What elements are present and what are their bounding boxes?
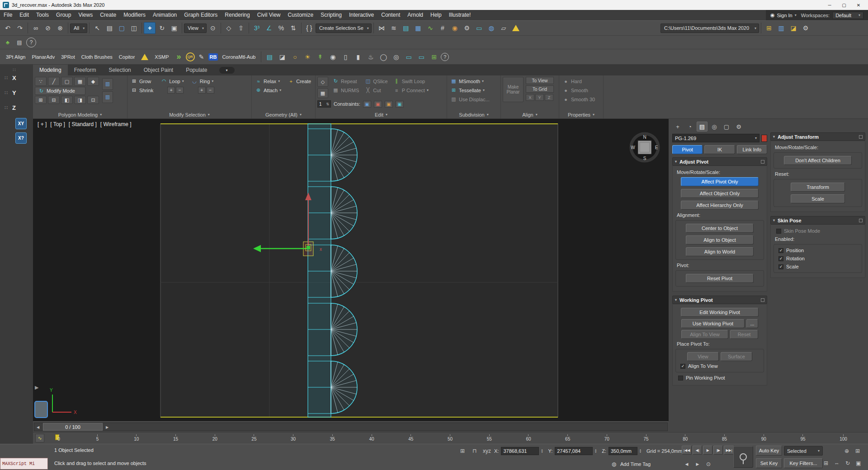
constraint-y-icon[interactable]: ∷ [5,90,8,96]
loop-spinner[interactable]: +− [167,87,185,94]
mini-curve-editor-icon[interactable]: ∿ [35,434,44,442]
next-key-button[interactable]: |▶ [713,446,723,455]
auto-key-button[interactable]: Auto Key [756,446,782,456]
zoom-extents-icon[interactable]: ⊞ [853,446,863,456]
edit-named-selection-sets-icon[interactable]: { } [303,22,315,34]
ribbon-minimize-button[interactable]: ▾ [219,67,235,74]
reference-coordinate-dropdown[interactable]: View▾ [184,24,207,33]
pan-icon[interactable]: ⇔ [832,458,842,468]
percent-snap-icon[interactable]: % [275,22,287,34]
align-x-button[interactable]: X [526,94,534,101]
align-icon[interactable]: ≋ [388,22,400,34]
constraint-face-icon[interactable]: ▣ [385,101,393,108]
menu-item[interactable]: Views [75,10,96,20]
menu-item[interactable]: Tools [33,10,52,20]
x-coordinate-field[interactable]: 37868,631 [501,447,539,455]
y-coordinate-field[interactable]: 27457,084 [555,447,593,455]
tab-display-icon[interactable]: ▢ [721,122,732,132]
working-pivot-options-button[interactable]: ... [746,319,758,328]
relax-button[interactable]: ≈Relax▾ [254,77,283,85]
zoom-icon[interactable]: ⊕ [842,446,852,456]
zoom-region-icon[interactable]: ⊞ [821,458,831,468]
timeline-track[interactable] [34,423,668,431]
help-icon[interactable]: ? [26,38,36,47]
viewport-layout-tab-icon[interactable]: ▶ [35,385,38,390]
viewport-menu-general[interactable]: [ + ] [38,121,47,127]
viewport-menu-pov[interactable]: [ Top ] [50,121,65,127]
plugin-button[interactable]: Cloth Brushes [78,54,116,60]
rectangular-selection-region-icon[interactable]: ▢ [116,22,127,34]
named-selection-dropdown[interactable]: Create Selection Se▾ [316,24,372,33]
snap-toggle-3d-icon[interactable]: 3³ [251,22,263,34]
edge-mode-icon[interactable]: ╱ [48,77,60,86]
toggle-cage-icon[interactable]: ⊡ [87,96,99,104]
object-name-dropdown[interactable]: PG-1.269 ▾ [672,134,760,142]
rollout-pin-icon[interactable] [761,298,764,302]
element-mode-icon[interactable]: ◆ [87,77,99,86]
scene-states-icon[interactable]: ▱ [498,22,509,34]
select-and-rotate-icon[interactable]: ↻ [156,22,168,34]
plugin-button[interactable]: 3PRot [58,54,78,60]
tab-utilities-icon[interactable]: ⚙ [733,122,744,132]
isolate-selection-icon[interactable]: ⊞ [458,446,467,456]
warning-icon[interactable] [141,54,148,60]
monitor2-icon[interactable]: ▭ [415,51,427,63]
eye-icon[interactable]: ◎ [390,51,402,63]
rollout-header[interactable]: ▾ Working Pivot [672,296,767,304]
menu-item[interactable]: Rendering [221,10,253,20]
position-checkbox[interactable]: ✓ [778,248,783,253]
reset-button[interactable]: Reset [730,330,758,339]
polygon-mode-icon[interactable]: ▦ [74,77,86,86]
vertex-mode-icon[interactable]: ∵ [35,77,47,86]
nurms-button[interactable]: ▦NURMS [331,86,360,94]
menu-item[interactable]: Arnold [404,10,427,20]
menu-item[interactable]: Create [96,10,120,20]
sphere-icon[interactable]: ◯ [377,51,389,63]
previous-frame-button[interactable]: ◀ [34,423,42,431]
xsmp-button[interactable]: XSMP [151,54,172,60]
previous-key-button[interactable]: ◀| [693,446,702,455]
set-keys-button[interactable] [733,446,753,468]
menu-item[interactable]: Graph Editors [180,10,221,20]
show-end-result-icon[interactable]: ◧ [61,96,73,104]
tab-hierarchy-icon[interactable]: ▤ [697,122,708,132]
list-icon[interactable]: ▤ [14,38,24,47]
key-mode-toggle-icon[interactable]: ⊙ [703,459,713,469]
menu-item[interactable]: File [0,10,16,20]
viewport-canvas[interactable]: x N W E S Y X [33,119,669,421]
repeat-button[interactable]: ↻Repeat [331,77,360,85]
unlink-selection-icon[interactable]: ⊘ [42,22,54,34]
loop-button[interactable]: ◠Loop▾ [159,77,185,85]
wireframe-object[interactable] [308,124,357,417]
ring-button[interactable]: ◡Ring▾ [190,77,215,85]
grow-button[interactable]: ⊞Grow [129,77,155,85]
axis-z-button[interactable]: Z [12,104,16,111]
teapot-icon[interactable]: ♨ [365,51,377,63]
sun-icon[interactable]: ☀ [302,51,313,63]
tab-modeling[interactable]: Modeling [33,65,68,75]
minimize-button[interactable]: ─ [823,0,836,9]
constraint-z-icon[interactable]: ∷ [5,105,8,111]
panel-label-modify-selection[interactable]: Modify Selection▾ [129,111,250,118]
menu-item[interactable]: Help [427,10,445,20]
tessellate-button[interactable]: ⊞Tessellate▾ [449,86,499,94]
rotation-checkbox[interactable]: ✓ [778,256,783,261]
ik-mode-button[interactable]: IK [704,145,735,154]
skin-pose-mode-checkbox[interactable] [776,229,781,234]
play-button[interactable]: ▶ [703,446,712,455]
compass-west-label[interactable]: W [631,145,635,150]
select-and-move-icon[interactable]: + [144,22,156,34]
rollout-pin-icon[interactable] [859,135,863,139]
stack-toggle-icon[interactable]: ▥ [102,78,113,90]
maximize-button[interactable]: ▢ [837,0,851,9]
view-cube[interactable]: N W E S [631,134,658,161]
pen-icon[interactable]: ✎ [196,51,208,63]
reset-scale-button[interactable]: Scale [791,194,845,203]
panel-label-polygon-modeling[interactable]: Polygon Modeling▾ [35,111,125,118]
constraint-edge-icon[interactable]: ▣ [374,101,382,108]
z-spinner[interactable]: ▴▾ [640,449,644,453]
rb-button[interactable]: RB [208,53,218,61]
pin-working-pivot-checkbox[interactable] [678,376,683,381]
menu-item[interactable]: Scripting [317,10,345,20]
redo-icon[interactable]: ↷ [14,22,26,34]
